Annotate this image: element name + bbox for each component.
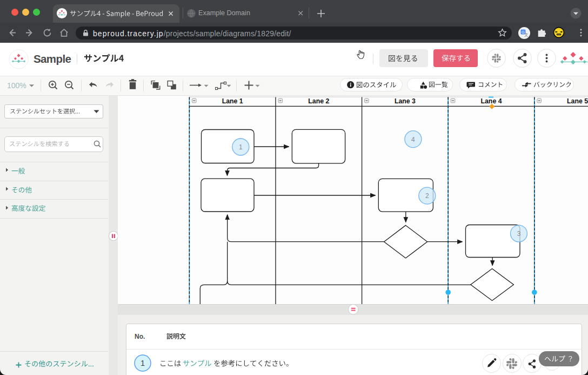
- svg-text:1: 1: [238, 143, 242, 151]
- svg-text:2: 2: [425, 192, 429, 200]
- svg-text:Lane 1: Lane 1: [222, 97, 243, 105]
- svg-text:1: 1: [140, 359, 144, 367]
- svg-text:Lane 3: Lane 3: [394, 97, 415, 105]
- svg-text:Lane 4: Lane 4: [480, 97, 502, 105]
- svg-text:Lane 2: Lane 2: [308, 97, 329, 105]
- svg-text:3: 3: [517, 230, 520, 238]
- svg-text:4: 4: [411, 136, 415, 143]
- svg-text:文: 文: [524, 32, 528, 37]
- svg-text:Lane 5: Lane 5: [567, 97, 588, 105]
